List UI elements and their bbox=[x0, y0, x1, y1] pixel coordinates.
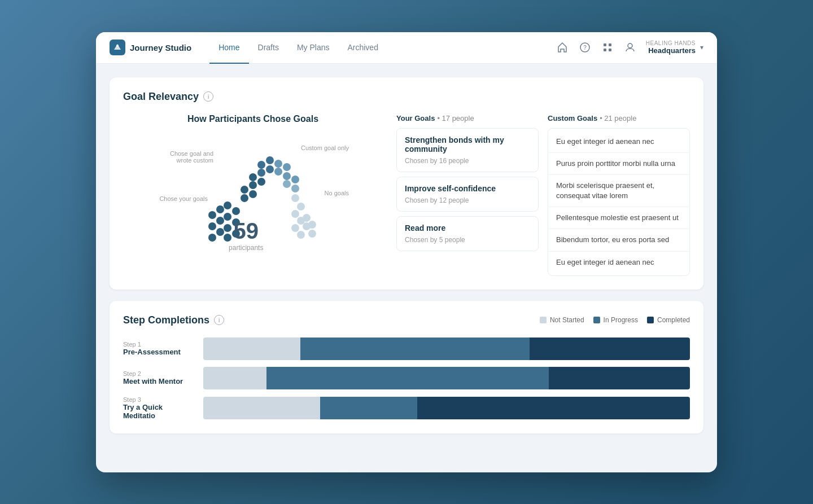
step-completions-header: Step Completions i Not Started In Progre… bbox=[123, 314, 690, 326]
svg-point-25 bbox=[257, 178, 265, 186]
legend: Not Started In Progress Completed bbox=[540, 316, 690, 324]
legend-completed: Completed bbox=[647, 316, 690, 324]
custom-goal-3: Pellentesque molestie est praesent ut bbox=[548, 207, 689, 229]
goal-relevancy-card: Goal Relevancy i How Participants Chose … bbox=[110, 77, 703, 290]
nav-brand: Journey Studio bbox=[110, 40, 191, 55]
svg-point-40 bbox=[291, 210, 299, 218]
svg-point-32 bbox=[283, 163, 291, 171]
goal-read-title: Read more bbox=[405, 223, 530, 233]
step3-completed bbox=[417, 397, 690, 419]
bar-track-step1 bbox=[203, 338, 690, 360]
label-custom-goal-only: Custom goal only bbox=[301, 144, 349, 151]
custom-goal-2: Morbi scelerisque praesent et, consequat… bbox=[548, 175, 689, 207]
svg-point-10 bbox=[208, 222, 216, 230]
participants-label: participants bbox=[229, 244, 263, 252]
bar-label-step3: Step 3 Try a Quick Meditatio bbox=[123, 396, 196, 420]
participants-count: 59 bbox=[229, 218, 263, 244]
svg-point-23 bbox=[241, 186, 248, 194]
custom-goal-0: Eu eget integer id aenean nec bbox=[548, 131, 689, 153]
custom-goal-5: Eu eget integer id aenean nec bbox=[548, 252, 689, 273]
svg-point-24 bbox=[249, 181, 257, 189]
svg-point-34 bbox=[283, 172, 291, 180]
goal-strengthen-title: Strengthen bonds with my community bbox=[405, 135, 530, 154]
step3-in-progress bbox=[320, 397, 417, 419]
legend-not-started: Not Started bbox=[540, 316, 584, 324]
svg-point-26 bbox=[249, 173, 257, 181]
nav-right: ? HEALING HANDS He bbox=[556, 40, 703, 55]
goal-relevancy-body: How Participants Chose Goals Chose goal … bbox=[123, 114, 690, 276]
label-chose-goal-wrote-custom: Chose goal and wrote custom bbox=[157, 150, 213, 164]
svg-point-13 bbox=[216, 205, 224, 213]
custom-goals-column: Custom Goals • 21 people Eu eget integer… bbox=[548, 114, 690, 276]
help-icon[interactable]: ? bbox=[578, 41, 592, 54]
your-goals-column: Your Goals • 17 people Strengthen bonds … bbox=[396, 114, 539, 276]
goal-improve-title: Improve self-confidence bbox=[405, 184, 530, 193]
svg-point-19 bbox=[232, 207, 240, 215]
svg-point-0 bbox=[116, 45, 119, 47]
step2-not-started bbox=[203, 367, 266, 389]
svg-point-21 bbox=[241, 194, 248, 202]
nav-link-my-plans[interactable]: My Plans bbox=[288, 32, 339, 64]
bar-step-name-3: Try a Quick Meditatio bbox=[123, 403, 196, 420]
bar-step-name-1: Pre-Assessment bbox=[123, 348, 196, 356]
bar-step-label-1: Step 1 bbox=[123, 341, 196, 348]
goal-item-improve: Improve self-confidence Chosen by 12 peo… bbox=[396, 177, 539, 212]
svg-point-37 bbox=[291, 185, 299, 192]
app-window: Journey Studio Home Drafts My Plans Arch… bbox=[96, 32, 717, 472]
svg-point-7 bbox=[628, 43, 632, 48]
bar-track-step2 bbox=[203, 367, 690, 389]
step1-in-progress bbox=[300, 338, 529, 360]
step1-not-started bbox=[203, 338, 300, 360]
chart-center: 59 participants bbox=[229, 218, 263, 252]
chevron-down-icon: ▾ bbox=[700, 43, 703, 51]
step2-completed bbox=[549, 367, 690, 389]
step-completions-card: Step Completions i Not Started In Progre… bbox=[110, 301, 703, 433]
grid-icon[interactable] bbox=[601, 41, 614, 54]
brand-name: Journey Studio bbox=[130, 43, 191, 52]
org-switcher[interactable]: HEALING HANDS Headquarters ▾ bbox=[646, 40, 703, 55]
bar-row-step3: Step 3 Try a Quick Meditatio bbox=[123, 396, 690, 420]
bar-step-label-3: Step 3 bbox=[123, 396, 196, 403]
bar-step-name-2: Meet with Mentor bbox=[123, 377, 196, 385]
goal-relevancy-header: Goal Relevancy i bbox=[123, 91, 690, 103]
dot-chart-area: How Participants Chose Goals Chose goal … bbox=[123, 114, 383, 276]
svg-point-45 bbox=[308, 230, 316, 238]
nav-link-home[interactable]: Home bbox=[209, 32, 248, 64]
home-icon[interactable] bbox=[556, 41, 569, 54]
goal-improve-sub: Chosen by 12 people bbox=[405, 196, 530, 204]
goal-relevancy-info-icon[interactable]: i bbox=[203, 91, 213, 102]
label-no-goals: No goals bbox=[325, 190, 349, 196]
step-completions-title: Step Completions bbox=[123, 314, 209, 326]
svg-point-33 bbox=[274, 168, 282, 176]
nav-link-archived[interactable]: Archived bbox=[338, 32, 387, 64]
svg-point-36 bbox=[283, 180, 291, 188]
svg-point-35 bbox=[291, 176, 299, 183]
bar-step-label-2: Step 2 bbox=[123, 370, 196, 377]
brand-logo-icon bbox=[110, 40, 125, 55]
svg-point-27 bbox=[257, 169, 265, 177]
goal-read-sub: Chosen by 5 people bbox=[405, 236, 530, 244]
completed-dot bbox=[647, 317, 654, 323]
bar-row-step2: Step 2 Meet with Mentor bbox=[123, 367, 690, 389]
goals-columns: Your Goals • 17 people Strengthen bonds … bbox=[396, 114, 690, 276]
svg-point-47 bbox=[308, 221, 316, 229]
chart-title: How Participants Chose Goals bbox=[187, 114, 318, 124]
svg-rect-5 bbox=[604, 49, 606, 51]
svg-point-42 bbox=[291, 224, 299, 232]
user-icon[interactable] bbox=[623, 41, 637, 54]
goal-strengthen-sub: Chosen by 16 people bbox=[405, 157, 530, 165]
custom-goals-list[interactable]: Eu eget integer id aenean nec Purus proi… bbox=[548, 128, 690, 276]
svg-point-30 bbox=[266, 156, 274, 164]
bar-label-step1: Step 1 Pre-Assessment bbox=[123, 341, 196, 356]
step-completions-info-icon[interactable]: i bbox=[214, 315, 224, 325]
nav-link-drafts[interactable]: Drafts bbox=[249, 32, 288, 64]
nav-links: Home Drafts My Plans Archived bbox=[209, 32, 556, 63]
svg-point-20 bbox=[224, 201, 231, 209]
svg-point-38 bbox=[291, 194, 299, 202]
bar-row-step1: Step 1 Pre-Assessment bbox=[123, 338, 690, 360]
not-started-dot bbox=[540, 317, 547, 323]
org-name: Headquarters bbox=[646, 46, 696, 55]
svg-point-22 bbox=[249, 190, 257, 198]
step1-completed bbox=[530, 338, 690, 360]
svg-point-39 bbox=[297, 203, 305, 211]
